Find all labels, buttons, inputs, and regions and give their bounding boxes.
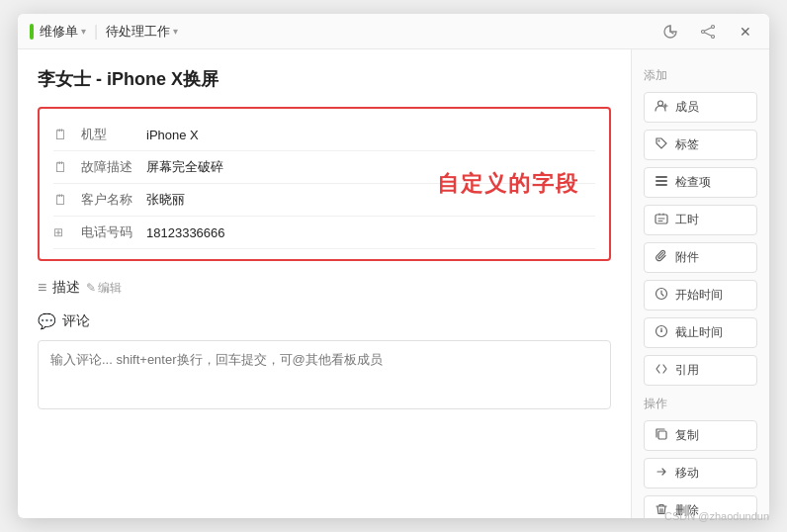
comment-label: 评论 [62,312,90,330]
card-title: 李女士 - iPhone X换屏 [38,67,611,91]
field-label-customer: 客户名称 [81,191,136,209]
add-start-time-label: 开始时间 [675,287,723,304]
workhour-icon [655,212,668,228]
menu-repair[interactable]: 维修单 ▾ [40,23,86,41]
close-button[interactable]: ✕ [734,20,757,44]
history-icon [662,24,678,40]
tag-icon [655,136,668,153]
add-reference-label: 引用 [675,362,699,379]
copy-button[interactable]: 复制 [644,420,757,451]
svg-rect-7 [656,176,667,178]
add-attachment-label: 附件 [675,249,699,266]
field-row-phone: ⊞ 电话号码 18123336666 [53,217,595,249]
svg-point-6 [658,140,660,142]
ops-section-label: 操作 [644,396,757,412]
add-start-time-button[interactable]: 开始时间 [644,280,757,310]
comment-icon: 💬 [38,312,56,330]
chevron-down-icon: ▾ [81,26,86,37]
status-badge [30,24,34,40]
add-section-label: 添加 [644,67,757,84]
edit-icon: ✎ [86,281,96,295]
add-member-button[interactable]: 成员 [644,92,757,123]
field-icon-fault: 🗒 [53,159,71,175]
svg-point-1 [712,25,715,28]
field-value-model: iPhone X [146,128,199,142]
svg-point-5 [658,101,663,106]
add-tag-label: 标签 [675,136,699,153]
svg-line-3 [704,27,711,31]
due-time-icon [655,324,668,341]
svg-rect-14 [658,431,666,439]
add-due-time-label: 截止时间 [675,324,723,341]
separator: | [94,23,98,41]
description-icon: ≡ [38,279,46,297]
move-button[interactable]: 移动 [644,458,757,488]
topbar: 维修单 ▾ | 待处理工作 ▾ [18,14,769,49]
fields-box: 🗒 机型 iPhone X 🗒 故障描述 屏幕完全破碎 🗒 客户名称 张晓丽 ⊞… [38,107,611,261]
add-reference-button[interactable]: 引用 [644,355,757,386]
svg-rect-8 [656,180,667,182]
field-icon-phone: ⊞ [53,225,71,239]
watermark: CSDN @zhaodundun [664,510,769,522]
add-due-time-button[interactable]: 截止时间 [644,317,757,348]
attachment-icon [655,249,668,266]
comment-input[interactable] [38,340,611,409]
copy-icon [655,427,668,444]
main-panel: 李女士 - iPhone X换屏 🗒 机型 iPhone X 🗒 故障描述 屏幕… [18,49,631,518]
svg-point-2 [712,35,715,38]
comment-section: 💬 评论 [38,312,611,413]
field-value-fault: 屏幕完全破碎 [146,158,223,176]
topbar-right: ✕ [658,20,757,44]
member-icon [655,99,668,116]
edit-button[interactable]: ✎ 编辑 [86,280,122,297]
checklist-icon [655,174,668,191]
comment-header: 💬 评论 [38,312,611,330]
add-tag-button[interactable]: 标签 [644,130,757,160]
field-label-phone: 电话号码 [81,223,136,241]
content-area: 李女士 - iPhone X换屏 🗒 机型 iPhone X 🗒 故障描述 屏幕… [18,49,769,518]
field-value-customer: 张晓丽 [146,191,185,209]
add-workhour-label: 工时 [675,212,699,228]
reference-icon [655,362,668,379]
add-checklist-button[interactable]: 检查项 [644,167,757,198]
field-icon-model: 🗒 [53,127,71,142]
share-button[interactable] [696,20,720,44]
add-checklist-label: 检查项 [675,174,711,191]
modal-container: 维修单 ▾ | 待处理工作 ▾ [18,14,769,518]
history-button[interactable] [658,20,682,44]
field-value-phone: 18123336666 [146,225,225,240]
copy-label: 复制 [675,427,699,444]
svg-line-4 [704,32,711,36]
add-attachment-button[interactable]: 附件 [644,242,757,273]
topbar-left: 维修单 ▾ | 待处理工作 ▾ [30,23,658,41]
right-panel: 添加 成员 标签 检查项 [631,49,769,518]
add-workhour-button[interactable]: 工时 [644,205,757,235]
menu-pending[interactable]: 待处理工作 ▾ [106,23,178,41]
field-icon-customer: 🗒 [53,192,71,208]
chevron-down-icon2: ▾ [173,26,178,37]
svg-rect-9 [656,184,667,186]
svg-point-0 [702,30,705,33]
start-time-icon [655,287,668,304]
description-section-header: ≡ 描述 ✎ 编辑 [38,279,611,297]
description-label: 描述 [52,279,80,297]
move-label: 移动 [675,465,699,482]
field-label-model: 机型 [81,126,136,143]
field-label-fault: 故障描述 [81,158,136,176]
share-icon [700,24,716,40]
move-icon [655,465,668,482]
add-member-label: 成员 [675,99,699,116]
custom-field-label: 自定义的字段 [437,169,579,199]
field-row-model: 🗒 机型 iPhone X [53,119,595,151]
